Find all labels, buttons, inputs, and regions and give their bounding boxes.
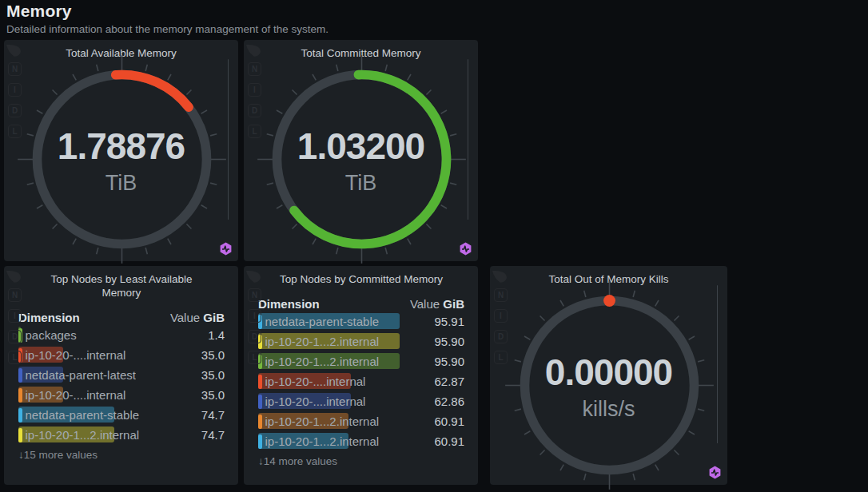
netdata-leaf-icon[interactable] <box>245 43 261 58</box>
toolbar-L-icon[interactable]: L <box>8 125 22 138</box>
dimension-label: ip-10-20-1...2.internal <box>26 428 140 442</box>
gauge-value: 0.00000 <box>490 353 727 391</box>
table-row[interactable]: packages1.4 <box>18 325 225 345</box>
gauge-value: 1.03200 <box>244 127 478 165</box>
table-body: netdata-parent-stable95.91ip-10-20-1...2… <box>258 311 464 451</box>
toolbar-N-icon[interactable]: N <box>248 288 261 302</box>
table-row[interactable]: netdata-parent-latest35.0 <box>18 365 225 385</box>
toolbar-L-icon[interactable]: L <box>248 125 261 138</box>
dimension-label: netdata-parent-stable <box>26 408 140 422</box>
dimension-color-indicator <box>258 415 262 429</box>
dimension-label: ip-10-20-1...2.internal <box>265 335 380 348</box>
table-row[interactable]: ip-10-20-1...2.internal74.7 <box>18 425 225 445</box>
toolbar-I-icon[interactable]: I <box>8 83 22 97</box>
dimension-value: 62.86 <box>434 395 464 408</box>
dimension-label: netdata-parent-stable <box>265 315 380 328</box>
dimension-label: ip-10-20-1...2.internal <box>265 355 380 368</box>
more-values-indicator: ↓14 more values <box>258 455 464 467</box>
toolbar-N-icon[interactable]: N <box>248 62 261 76</box>
more-values-indicator: ↓15 more values <box>18 449 225 461</box>
dimension-value: 95.90 <box>434 355 464 368</box>
page-title: Memory <box>6 2 328 21</box>
table-row[interactable]: ip-10-20-....internal35.0 <box>18 385 225 405</box>
toolbar-D-icon[interactable]: D <box>8 330 22 343</box>
dimension-label: packages <box>26 328 77 342</box>
dimension-value: 1.4 <box>208 328 225 342</box>
dimension-color-indicator <box>18 408 22 423</box>
toolbar-N-icon[interactable]: N <box>8 62 22 76</box>
netdata-pulse-badge-icon[interactable] <box>708 466 722 479</box>
netdata-leaf-icon[interactable] <box>492 269 508 284</box>
chart-title: Top Nodes by Least Available Memory <box>31 272 212 300</box>
table-row[interactable]: ip-10-20-....internal62.86 <box>258 391 464 411</box>
dimension-label: ip-10-20-....internal <box>26 388 126 402</box>
chart-hover-toolbar: NIDL <box>245 269 263 371</box>
top-nodes-table: Top Nodes by Least Available Memory Dime… <box>18 272 225 461</box>
dimension-value: 35.0 <box>201 368 225 382</box>
dimension-value: 60.91 <box>434 434 464 448</box>
column-header-dimension: Dimension <box>18 311 80 324</box>
table-row[interactable]: ip-10-20-....internal62.87 <box>258 371 464 391</box>
dimension-color-indicator <box>258 395 262 409</box>
toolbar-D-icon[interactable]: D <box>248 104 261 117</box>
gauge-card-total-available-memory: NIDL Total Available Memory 1.78876 TiB <box>4 40 238 261</box>
table-header: Dimension Value GiB <box>18 309 225 325</box>
dimension-value: 35.0 <box>201 348 225 362</box>
chart-scrollbar[interactable] <box>468 59 468 220</box>
toolbar-L-icon[interactable]: L <box>494 351 508 364</box>
dimension-label: ip-10-20-....internal <box>265 375 366 388</box>
gauge-value: 1.78876 <box>4 127 238 165</box>
gauge-card-total-committed-memory: NIDL Total Committed Memory 1.03200 TiB <box>244 40 478 261</box>
gauge-unit: kills/s <box>490 398 727 420</box>
dimension-value: 95.90 <box>434 335 464 348</box>
chart-scrollbar[interactable] <box>228 59 229 220</box>
toolbar-L-icon[interactable]: L <box>8 351 22 364</box>
dimension-label: ip-10-20-....internal <box>265 395 366 408</box>
dimension-color-indicator <box>258 375 262 389</box>
chart-hover-toolbar: NIDL <box>6 269 23 371</box>
table-row[interactable]: netdata-parent-stable74.7 <box>18 405 225 425</box>
toolbar-N-icon[interactable]: N <box>494 288 508 302</box>
dimension-color-indicator <box>18 388 22 403</box>
column-header-dimension: Dimension <box>258 297 320 311</box>
toolbar-D-icon[interactable]: D <box>8 104 22 117</box>
table-row[interactable]: ip-10-20-1...2.internal60.91 <box>258 411 464 431</box>
chart-scrollbar[interactable] <box>717 285 718 443</box>
table-body: packages1.4ip-10-20-....internal35.0netd… <box>18 325 225 445</box>
dimension-color-indicator <box>18 428 22 442</box>
table-row[interactable]: ip-10-20-1...2.internal95.90 <box>258 351 464 371</box>
top-nodes-table: Top Nodes by Committed Memory Dimension … <box>258 272 464 467</box>
column-header-value: Value GiB <box>410 297 464 311</box>
netdata-pulse-badge-icon[interactable] <box>219 242 233 256</box>
toolbar-I-icon[interactable]: I <box>248 83 261 97</box>
toolbar-D-icon[interactable]: D <box>248 330 261 343</box>
column-header-value: Value GiB <box>170 311 225 324</box>
dimension-label: netdata-parent-latest <box>26 368 136 382</box>
toolbar-I-icon[interactable]: I <box>8 309 22 323</box>
dimension-value: 95.91 <box>434 315 464 328</box>
table-header: Dimension Value GiB <box>258 296 464 311</box>
table-row[interactable]: netdata-parent-stable95.91 <box>258 311 464 331</box>
dimension-value: 60.91 <box>434 415 464 428</box>
netdata-leaf-icon[interactable] <box>6 269 22 284</box>
toolbar-N-icon[interactable]: N <box>8 288 22 302</box>
dimension-label: ip-10-20-....internal <box>26 348 126 362</box>
toolbar-I-icon[interactable]: I <box>248 309 261 323</box>
gauge-unit: TiB <box>244 172 478 194</box>
table-card-least-available-memory: NIDL Top Nodes by Least Available Memory… <box>4 266 238 485</box>
chart-title: Top Nodes by Committed Memory <box>271 272 452 286</box>
netdata-pulse-badge-icon[interactable] <box>459 242 472 256</box>
table-row[interactable]: ip-10-20-1...2.internal95.90 <box>258 331 464 351</box>
gauge-unit: TiB <box>4 172 238 194</box>
table-row[interactable]: ip-10-20-....internal35.0 <box>18 345 225 365</box>
gauge-card-oom-kills: NIDL Total Out of Memory Kills 0.00000 k… <box>490 266 727 485</box>
dimension-color-indicator <box>258 434 262 449</box>
table-row[interactable]: ip-10-20-1...2.internal60.91 <box>258 431 464 451</box>
toolbar-D-icon[interactable]: D <box>494 330 508 343</box>
netdata-leaf-icon[interactable] <box>6 43 22 58</box>
toolbar-L-icon[interactable]: L <box>248 351 261 364</box>
netdata-leaf-icon[interactable] <box>245 269 261 284</box>
dimension-value: 62.87 <box>434 375 464 388</box>
table-card-committed-memory: NIDL Top Nodes by Committed Memory Dimen… <box>244 266 478 485</box>
toolbar-I-icon[interactable]: I <box>494 309 508 323</box>
